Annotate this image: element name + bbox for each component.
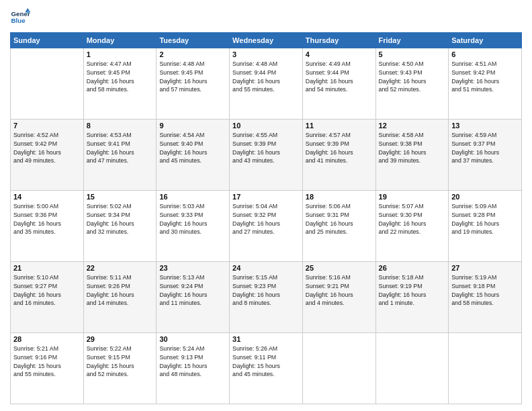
day-info: Sunrise: 4:58 AM Sunset: 9:38 PM Dayligh… [379, 131, 446, 165]
header-row: SundayMondayTuesdayWednesdayThursdayFrid… [11, 33, 522, 48]
day-info: Sunrise: 5:21 AM Sunset: 9:16 PM Dayligh… [13, 345, 81, 379]
day-info: Sunrise: 5:11 AM Sunset: 9:26 PM Dayligh… [87, 273, 154, 308]
day-info: Sunrise: 4:48 AM Sunset: 9:45 PM Dayligh… [159, 60, 226, 94]
day-info: Sunrise: 5:26 AM Sunset: 9:11 PM Dayligh… [232, 345, 300, 379]
day-cell: 16Sunrise: 5:03 AM Sunset: 9:33 PM Dayli… [157, 191, 230, 262]
svg-text:Blue: Blue [11, 17, 26, 24]
week-row-5: 28Sunrise: 5:21 AM Sunset: 9:16 PM Dayli… [11, 333, 522, 404]
day-cell: 11Sunrise: 4:57 AM Sunset: 9:39 PM Dayli… [302, 120, 375, 191]
day-cell: 7Sunrise: 4:52 AM Sunset: 9:42 PM Daylig… [11, 120, 84, 191]
calendar-table: SundayMondayTuesdayWednesdayThursdayFrid… [10, 32, 522, 404]
day-number: 7 [13, 122, 81, 130]
day-number: 29 [87, 335, 154, 343]
logo-icon: General Blue [10, 7, 30, 27]
day-number: 4 [306, 50, 373, 58]
day-cell: 2Sunrise: 4:48 AM Sunset: 9:45 PM Daylig… [157, 48, 230, 120]
day-cell: 21Sunrise: 5:10 AM Sunset: 9:27 PM Dayli… [11, 262, 84, 333]
day-number: 5 [379, 50, 446, 58]
col-header-tuesday: Tuesday [157, 33, 230, 48]
day-number: 16 [159, 193, 226, 201]
col-header-wednesday: Wednesday [230, 33, 303, 48]
day-cell [375, 333, 449, 404]
day-info: Sunrise: 5:03 AM Sunset: 9:33 PM Dayligh… [159, 202, 226, 236]
day-cell: 22Sunrise: 5:11 AM Sunset: 9:26 PM Dayli… [83, 262, 157, 333]
day-cell: 4Sunrise: 4:49 AM Sunset: 9:44 PM Daylig… [302, 48, 375, 120]
day-number: 30 [159, 335, 226, 343]
day-info: Sunrise: 5:18 AM Sunset: 9:19 PM Dayligh… [379, 273, 446, 308]
day-cell: 27Sunrise: 5:19 AM Sunset: 9:18 PM Dayli… [449, 262, 522, 333]
day-cell [302, 333, 375, 404]
day-info: Sunrise: 5:02 AM Sunset: 9:34 PM Dayligh… [87, 202, 154, 236]
day-cell: 5Sunrise: 4:50 AM Sunset: 9:43 PM Daylig… [375, 48, 449, 120]
day-number: 8 [87, 122, 154, 130]
day-info: Sunrise: 5:06 AM Sunset: 9:31 PM Dayligh… [306, 202, 373, 236]
day-number: 24 [232, 264, 300, 272]
day-info: Sunrise: 5:04 AM Sunset: 9:32 PM Dayligh… [232, 202, 300, 236]
day-cell: 23Sunrise: 5:13 AM Sunset: 9:24 PM Dayli… [157, 262, 230, 333]
col-header-saturday: Saturday [449, 33, 522, 48]
day-info: Sunrise: 4:48 AM Sunset: 9:44 PM Dayligh… [232, 60, 300, 94]
day-cell: 10Sunrise: 4:55 AM Sunset: 9:39 PM Dayli… [230, 120, 303, 191]
day-number: 28 [13, 335, 81, 343]
day-number: 1 [87, 50, 154, 58]
day-number: 2 [159, 50, 226, 58]
col-header-friday: Friday [375, 33, 449, 48]
day-cell [449, 333, 522, 404]
day-info: Sunrise: 5:22 AM Sunset: 9:15 PM Dayligh… [87, 345, 154, 379]
day-info: Sunrise: 4:54 AM Sunset: 9:40 PM Dayligh… [159, 131, 226, 165]
day-cell: 28Sunrise: 5:21 AM Sunset: 9:16 PM Dayli… [11, 333, 84, 404]
day-number: 27 [451, 264, 519, 272]
day-info: Sunrise: 4:53 AM Sunset: 9:41 PM Dayligh… [87, 131, 154, 165]
day-number: 18 [306, 193, 373, 201]
day-info: Sunrise: 5:07 AM Sunset: 9:30 PM Dayligh… [379, 202, 446, 236]
col-header-sunday: Sunday [11, 33, 84, 48]
week-row-4: 21Sunrise: 5:10 AM Sunset: 9:27 PM Dayli… [11, 262, 522, 333]
day-info: Sunrise: 4:47 AM Sunset: 9:45 PM Dayligh… [87, 60, 154, 94]
col-header-monday: Monday [83, 33, 157, 48]
day-cell: 1Sunrise: 4:47 AM Sunset: 9:45 PM Daylig… [83, 48, 157, 120]
day-number: 22 [87, 264, 154, 272]
day-info: Sunrise: 5:15 AM Sunset: 9:23 PM Dayligh… [232, 273, 300, 308]
day-number: 11 [306, 122, 373, 130]
day-cell: 12Sunrise: 4:58 AM Sunset: 9:38 PM Dayli… [375, 120, 449, 191]
day-cell: 13Sunrise: 4:59 AM Sunset: 9:37 PM Dayli… [449, 120, 522, 191]
day-info: Sunrise: 4:49 AM Sunset: 9:44 PM Dayligh… [306, 60, 373, 94]
week-row-3: 14Sunrise: 5:00 AM Sunset: 9:36 PM Dayli… [11, 191, 522, 262]
day-number: 3 [232, 50, 300, 58]
day-cell: 29Sunrise: 5:22 AM Sunset: 9:15 PM Dayli… [83, 333, 157, 404]
day-info: Sunrise: 5:24 AM Sunset: 9:13 PM Dayligh… [159, 345, 226, 379]
day-cell: 26Sunrise: 5:18 AM Sunset: 9:19 PM Dayli… [375, 262, 449, 333]
day-number: 6 [451, 50, 519, 58]
day-info: Sunrise: 5:10 AM Sunset: 9:27 PM Dayligh… [13, 273, 81, 308]
day-info: Sunrise: 4:59 AM Sunset: 9:37 PM Dayligh… [451, 131, 519, 165]
day-info: Sunrise: 5:13 AM Sunset: 9:24 PM Dayligh… [159, 273, 226, 308]
day-info: Sunrise: 5:00 AM Sunset: 9:36 PM Dayligh… [13, 202, 81, 236]
day-cell: 25Sunrise: 5:16 AM Sunset: 9:21 PM Dayli… [302, 262, 375, 333]
day-info: Sunrise: 5:16 AM Sunset: 9:21 PM Dayligh… [306, 273, 373, 308]
day-number: 21 [13, 264, 81, 272]
day-number: 15 [87, 193, 154, 201]
day-number: 14 [13, 193, 81, 201]
week-row-2: 7Sunrise: 4:52 AM Sunset: 9:42 PM Daylig… [11, 120, 522, 191]
day-cell: 17Sunrise: 5:04 AM Sunset: 9:32 PM Dayli… [230, 191, 303, 262]
day-cell: 3Sunrise: 4:48 AM Sunset: 9:44 PM Daylig… [230, 48, 303, 120]
logo: General Blue [10, 7, 30, 27]
day-info: Sunrise: 4:52 AM Sunset: 9:42 PM Dayligh… [13, 131, 81, 165]
day-cell: 19Sunrise: 5:07 AM Sunset: 9:30 PM Dayli… [375, 191, 449, 262]
day-number: 31 [232, 335, 300, 343]
day-number: 17 [232, 193, 300, 201]
day-number: 26 [379, 264, 446, 272]
day-cell: 8Sunrise: 4:53 AM Sunset: 9:41 PM Daylig… [83, 120, 157, 191]
day-number: 20 [451, 193, 519, 201]
day-info: Sunrise: 4:57 AM Sunset: 9:39 PM Dayligh… [306, 131, 373, 165]
day-info: Sunrise: 4:55 AM Sunset: 9:39 PM Dayligh… [232, 131, 300, 165]
day-number: 23 [159, 264, 226, 272]
day-number: 10 [232, 122, 300, 130]
day-info: Sunrise: 5:09 AM Sunset: 9:28 PM Dayligh… [451, 202, 519, 236]
day-number: 13 [451, 122, 519, 130]
week-row-1: 1Sunrise: 4:47 AM Sunset: 9:45 PM Daylig… [11, 48, 522, 120]
day-cell [11, 48, 84, 120]
day-info: Sunrise: 4:51 AM Sunset: 9:42 PM Dayligh… [451, 60, 519, 94]
day-cell: 15Sunrise: 5:02 AM Sunset: 9:34 PM Dayli… [83, 191, 157, 262]
day-cell: 31Sunrise: 5:26 AM Sunset: 9:11 PM Dayli… [230, 333, 303, 404]
